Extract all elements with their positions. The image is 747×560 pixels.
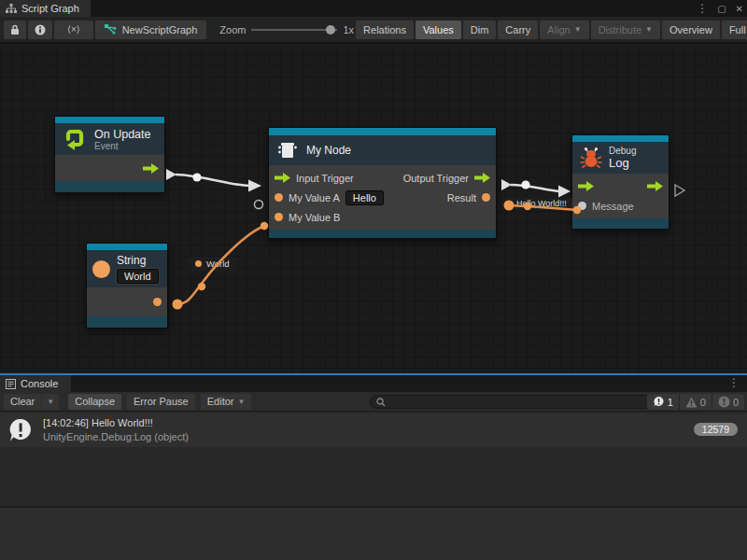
wire-flow-dot — [521, 180, 529, 189]
warning-count-badge[interactable]: 0 — [679, 394, 712, 410]
fullscreen-button[interactable]: Full S — [722, 21, 747, 39]
console-tabbar: Console ⋮ — [0, 375, 747, 392]
input-trigger-label: Input Trigger — [296, 173, 354, 184]
wire-source-arrow — [501, 179, 512, 190]
orange-value-dot — [505, 201, 512, 207]
message-port[interactable]: Message — [578, 201, 634, 212]
node-accent-bar — [572, 135, 669, 142]
green-arrow-port-icon — [143, 163, 159, 174]
console-search-input[interactable] — [370, 395, 657, 409]
my-value-a-field[interactable]: Hello — [345, 190, 384, 205]
error-count: 0 — [733, 397, 739, 408]
tab-script-graph[interactable]: Script Graph — [0, 0, 91, 17]
node-string[interactable]: String World — [86, 243, 168, 329]
clear-button[interactable]: Clear — [4, 394, 41, 410]
error-count-badge[interactable]: 0 — [712, 394, 744, 410]
tab-label: Script Graph — [21, 3, 79, 14]
control-wire — [176, 175, 249, 186]
gray-port-icon — [578, 202, 586, 210]
lock-button[interactable] — [4, 21, 26, 39]
relations-button[interactable]: Relations — [356, 21, 414, 39]
string-value-field[interactable]: World — [117, 269, 159, 284]
window-maximize-icon[interactable]: ▢ — [717, 4, 726, 14]
wire-endpoint-dot — [261, 222, 268, 230]
error-pause-label: Error Pause — [134, 396, 189, 407]
info-button[interactable] — [28, 21, 52, 39]
node-accent-bar — [55, 117, 164, 123]
error-pause-button[interactable]: Error Pause — [127, 394, 195, 410]
node-header: My Node — [269, 135, 496, 165]
carry-button[interactable]: Carry — [498, 21, 538, 39]
my-value-a-label: My Value A — [289, 192, 340, 203]
graph-canvas[interactable]: On Update Event String World — [0, 43, 747, 373]
console-detail-pane[interactable] — [0, 506, 747, 560]
editor-dropdown-button[interactable]: Editor ▼ — [201, 394, 252, 410]
zoom-value: 1x — [343, 24, 354, 35]
wire-flow-dot — [198, 283, 205, 290]
my-value-b-label: My Value B — [289, 212, 340, 223]
debug-output-trigger-port[interactable] — [647, 181, 663, 191]
node-body — [87, 287, 167, 316]
zoom-slider[interactable] — [251, 29, 337, 31]
result-port[interactable]: Result — [447, 192, 490, 203]
editor-label: Editor — [207, 396, 234, 407]
zoom-slider-handle[interactable] — [326, 25, 335, 35]
my-value-b-port[interactable]: My Value B — [275, 212, 340, 223]
string-output-port[interactable] — [153, 298, 162, 306]
value-bubble-hello-world: Hello World!!! — [501, 198, 572, 209]
debug-input-trigger-port[interactable] — [578, 181, 594, 191]
console-menu-icon[interactable]: ⋮ — [728, 376, 740, 389]
output-trigger-port[interactable]: Output Trigger — [403, 173, 490, 184]
values-button[interactable]: Values — [416, 21, 461, 39]
node-on-update[interactable]: On Update Event — [54, 116, 165, 193]
console-log-list: [14:02:46] Hello World!!! UnityEngine.De… — [0, 413, 747, 506]
info-count-badge[interactable]: 1 — [647, 394, 679, 410]
node-footer — [269, 230, 496, 238]
log-entry[interactable]: [14:02:46] Hello World!!! UnityEngine.De… — [0, 413, 747, 447]
wire-arrowhead — [558, 186, 571, 198]
node-body: Message — [572, 174, 669, 218]
green-arrow-port-icon — [275, 173, 290, 183]
node-subtitle: Event — [94, 141, 150, 151]
unconnected-port-triangle — [675, 185, 684, 196]
info-count: 1 — [668, 397, 673, 408]
carry-label: Carry — [505, 24, 530, 35]
orange-port-icon — [482, 193, 490, 202]
window-titlebar: Script Graph ⋮ ▢ ✕ — [0, 0, 747, 17]
node-title: On Update — [94, 128, 150, 141]
console-count-badges: 1 0 0 — [647, 394, 744, 410]
relations-label: Relations — [363, 24, 406, 35]
green-arrow-port-icon — [647, 181, 663, 191]
my-value-a-port[interactable]: My Value A Hello — [275, 190, 384, 205]
zoom-control: Zoom 1x — [219, 24, 354, 35]
graph-breadcrumb[interactable]: NewScriptGraph — [95, 21, 207, 39]
code-view-button[interactable]: ⟨×⟩ — [54, 21, 93, 39]
collapse-label: Collapse — [75, 396, 115, 407]
console-toolbar: Clear ▼ Collapse Error Pause Editor ▼ — [0, 392, 747, 412]
window-menu-icon[interactable]: ⋮ — [697, 2, 708, 15]
dim-button[interactable]: Dim — [463, 21, 497, 39]
node-header: String World — [87, 250, 167, 287]
node-accent-bar — [269, 128, 496, 135]
clear-dropdown-icon: ▼ — [47, 398, 54, 406]
overview-label: Overview — [669, 24, 712, 35]
align-button[interactable]: Align ▼ — [540, 21, 588, 39]
clear-dropdown-button[interactable]: ▼ — [41, 394, 59, 410]
overview-button[interactable]: Overview — [662, 21, 720, 39]
window-close-icon[interactable]: ✕ — [736, 4, 743, 14]
console-tab-icon — [6, 379, 16, 389]
value-bubble-world: World — [190, 257, 236, 271]
trigger-output-port[interactable] — [143, 163, 159, 174]
node-debug-log[interactable]: Debug Log Message — [571, 134, 669, 230]
node-header: On Update Event — [55, 123, 164, 155]
editor-dropdown-icon: ▼ — [237, 398, 245, 406]
input-trigger-port[interactable]: Input Trigger — [275, 173, 354, 184]
dim-label: Dim — [471, 24, 489, 35]
warning-icon — [685, 397, 698, 408]
collapse-button[interactable]: Collapse — [68, 394, 121, 410]
orange-value-dot — [195, 260, 202, 267]
distribute-button[interactable]: Distribute ▼ — [591, 21, 660, 39]
node-my-node[interactable]: My Node Input Trigger Output Trigger My … — [268, 127, 497, 239]
script-graph-tab-icon — [6, 4, 17, 14]
tab-console[interactable]: Console — [0, 375, 71, 392]
